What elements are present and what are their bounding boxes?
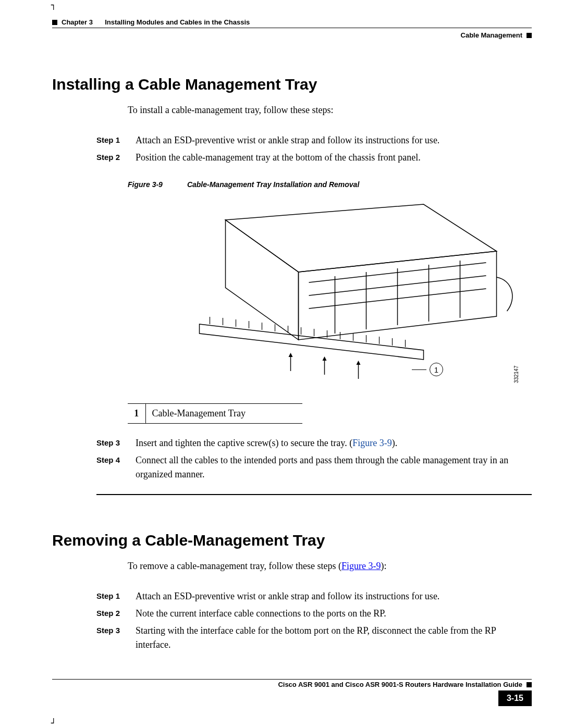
page-number: 3-15 — [498, 690, 532, 706]
figure-legend-table: 1 Cable-Management Tray — [128, 403, 302, 424]
step-label: Step 4 — [96, 453, 125, 482]
callout-number: 1 — [430, 363, 443, 376]
crop-mark-top: ┐ — [51, 0, 56, 10]
figure-title: Cable-Management Tray Installation and R… — [187, 180, 359, 189]
step-row: Step 4 Connect all the cables to the int… — [96, 453, 532, 482]
step-row: Step 3 Starting with the interface cable… — [96, 624, 532, 652]
legend-row: 1 Cable-Management Tray — [128, 404, 302, 424]
section-title-installing: Installing a Cable Management Tray — [52, 76, 532, 93]
figure-image-id: 332147 — [513, 366, 519, 383]
step-text: Position the cable-management tray at th… — [136, 151, 532, 165]
chapter-label: Chapter 3 — [62, 18, 93, 26]
section-label: Cable Management — [461, 31, 522, 39]
step-text: Connect all the cables to the intended p… — [136, 453, 532, 482]
svg-marker-0 — [226, 204, 497, 272]
step-label: Step 3 — [96, 624, 125, 652]
figure-callout: 1 — [412, 363, 443, 376]
steps-end-rule — [96, 494, 532, 495]
figure-label: Figure 3-9 — [128, 180, 185, 189]
step-label: Step 2 — [96, 151, 125, 165]
step-text: Starting with the interface cable for th… — [136, 624, 532, 652]
step-label: Step 1 — [96, 589, 125, 603]
legend-text: Cable-Management Tray — [145, 404, 302, 424]
figure-illustration: 1 332147 — [128, 194, 532, 392]
svg-marker-2 — [226, 220, 299, 340]
step-row: Step 1 Attach an ESD-preventive wrist or… — [96, 589, 532, 603]
figure-caption: Figure 3-9 Cable-Management Tray Install… — [128, 180, 532, 189]
step-text: Attach an ESD-preventive wrist or ankle … — [136, 133, 532, 147]
header-marker-icon — [527, 33, 532, 38]
svg-marker-30 — [357, 361, 361, 365]
svg-marker-28 — [289, 353, 293, 357]
header-marker-icon — [52, 20, 57, 25]
crop-mark-bottom: ┘ — [51, 718, 56, 728]
intro-installing: To install a cable-management tray, foll… — [128, 105, 532, 116]
footer-rule — [52, 679, 532, 680]
chassis-line-art-icon — [128, 194, 532, 392]
step-text: Attach an ESD-preventive wrist or ankle … — [136, 589, 532, 603]
step-text: Note the current interface cable connect… — [136, 607, 532, 621]
figure-ref-link[interactable]: Figure 3-9 — [352, 438, 392, 448]
section-removing: Removing a Cable-Management Tray To remo… — [52, 532, 532, 652]
section-installing: Installing a Cable Management Tray To in… — [52, 76, 532, 495]
page-footer: Cisco ASR 9001 and Cisco ASR 9001-S Rout… — [52, 679, 532, 706]
svg-marker-11 — [200, 324, 424, 360]
step-label: Step 3 — [96, 436, 125, 450]
step-row: Step 1 Attach an ESD-preventive wrist or… — [96, 133, 532, 147]
step-row: Step 3 Insert and tighten the captive sc… — [96, 436, 532, 450]
section-title-removing: Removing a Cable-Management Tray — [52, 532, 532, 549]
footer-marker-icon — [527, 682, 532, 687]
footer-guide-title: Cisco ASR 9001 and Cisco ASR 9001-S Rout… — [278, 681, 522, 688]
step-row: Step 2 Position the cable-management tra… — [96, 151, 532, 165]
header-rule — [52, 28, 532, 28]
step-row: Step 2 Note the current interface cable … — [96, 607, 532, 621]
intro-removing: To remove a cable-management tray, follo… — [128, 561, 532, 572]
legend-num: 1 — [128, 404, 145, 424]
step-text: Insert and tighten the captive screw(s) … — [136, 436, 532, 450]
step-label: Step 2 — [96, 607, 125, 621]
step-label: Step 1 — [96, 133, 125, 147]
chapter-title: Installing Modules and Cables in the Cha… — [105, 18, 250, 26]
svg-marker-29 — [323, 356, 327, 361]
figure-ref-link[interactable]: Figure 3-9 — [341, 561, 381, 571]
page-header: Chapter 3 Installing Modules and Cables … — [52, 18, 532, 39]
